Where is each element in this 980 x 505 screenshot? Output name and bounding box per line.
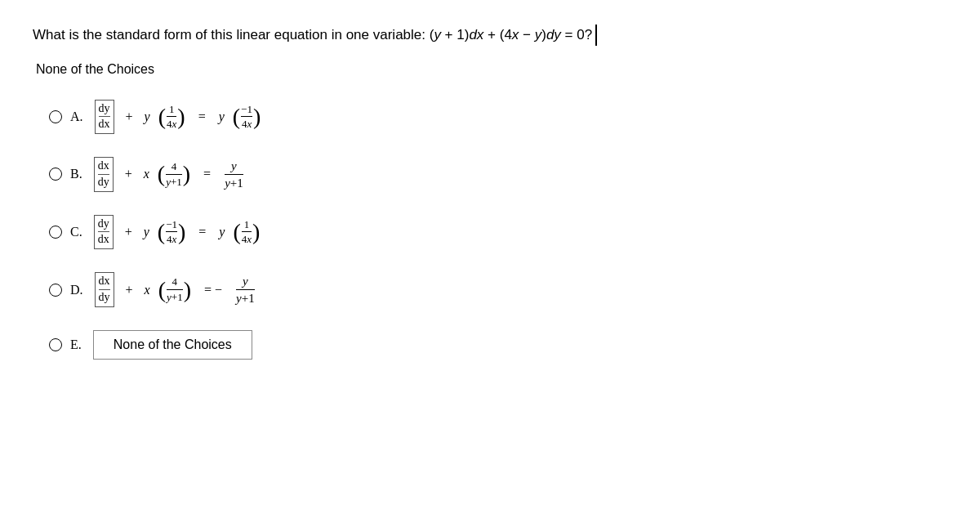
choice-row-d: D. dx dy + x ( 4 y+1 ) = − y y+1: [49, 272, 947, 307]
choice-row-c: C. dy dx + y ( −1 4x ) = y ( 1 4x ): [49, 215, 947, 250]
frac-d-rhs: y y+1: [236, 274, 255, 306]
choice-label-b: B.: [70, 167, 82, 181]
frac-paren-c1: ( −1 4x ): [158, 218, 186, 246]
frac-dx-dy-d: dx dy: [95, 272, 114, 307]
question: What is the standard form of this linear…: [33, 25, 947, 62]
frac-paren-a2: ( −1 4x ): [233, 103, 261, 131]
question-text: What is the standard form of this linear…: [33, 25, 597, 46]
choice-row-a: A. dy dx + y ( 1 4x ) = y ( −1 4x ): [49, 100, 947, 135]
frac-paren-d1: ( 4 y+1 ): [158, 275, 191, 303]
frac-dx-dy-b: dx dy: [94, 157, 114, 192]
frac-dy-dx-c: dy dx: [94, 215, 114, 250]
frac-paren-c2: ( 1 4x ): [233, 218, 260, 246]
choice-label-d: D.: [70, 283, 83, 297]
choice-row-b: B. dx dy + x ( 4 y+1 ) = y y+1: [49, 157, 947, 192]
none-label: None of the Choices: [36, 62, 947, 77]
choice-label-a: A.: [70, 109, 83, 124]
radio-e[interactable]: [49, 338, 62, 351]
radio-b[interactable]: [49, 168, 62, 181]
choice-label-e: E.: [70, 337, 82, 352]
frac-paren-a1: ( 1 4x ): [158, 103, 185, 131]
frac-b-rhs: y y+1: [225, 159, 243, 190]
radio-d[interactable]: [49, 284, 62, 297]
choice-row-e: E. None of the Choices: [49, 330, 947, 360]
choice-label-c: C.: [70, 225, 82, 239]
frac-paren-b1: ( 4 y+1 ): [158, 160, 190, 188]
frac-dy-dx-a: dy dx: [95, 100, 114, 135]
radio-c[interactable]: [49, 226, 62, 239]
none-of-choices-box: None of the Choices: [93, 330, 252, 360]
radio-a[interactable]: [49, 110, 62, 123]
choices-list: A. dy dx + y ( 1 4x ) = y ( −1 4x ): [49, 100, 947, 360]
